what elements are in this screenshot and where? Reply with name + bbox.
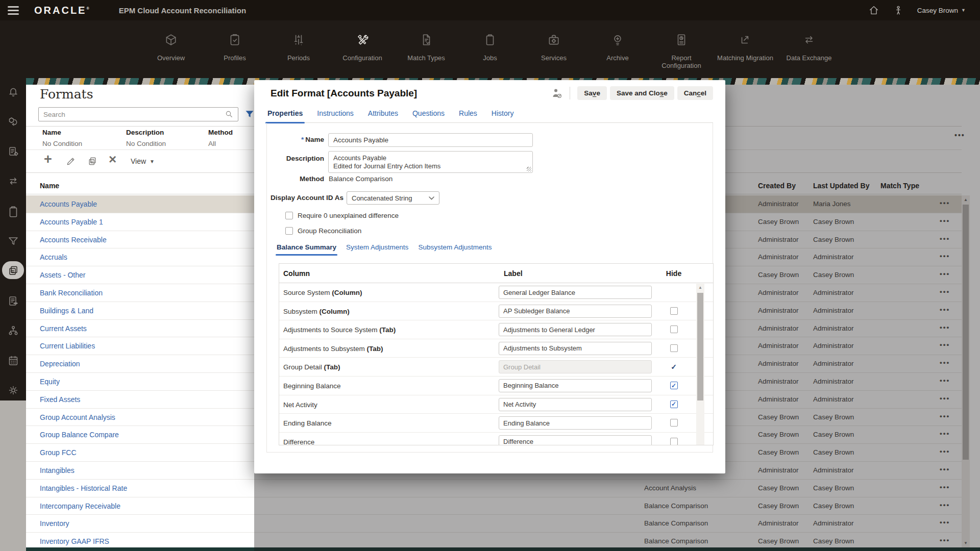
format-name-link[interactable]: Assets - Other	[40, 271, 85, 279]
tab-instructions[interactable]: Instructions	[316, 107, 355, 122]
nav-item-data-exchange[interactable]: Data Exchange	[778, 20, 840, 69]
hide-checkbox[interactable]	[670, 344, 678, 352]
label-input[interactable]	[499, 305, 652, 318]
sidebar-item-filter[interactable]	[0, 235, 26, 247]
tab-balance-summary[interactable]: Balance Summary	[276, 243, 337, 256]
tab-system-adjustments[interactable]: System Adjustments	[346, 243, 409, 256]
sidebar-item-calendar[interactable]	[0, 355, 26, 367]
label-input[interactable]	[499, 379, 652, 392]
nav-item-profiles[interactable]: Profiles	[204, 20, 265, 69]
hide-cell[interactable]: ✓	[661, 377, 687, 395]
format-name-link[interactable]: Intangibles - Historical Rate	[40, 484, 127, 492]
format-name-link[interactable]: Current Assets	[40, 324, 87, 333]
nav-item-periods[interactable]: Periods	[268, 20, 329, 69]
tab-properties[interactable]: Properties	[266, 107, 304, 122]
nav-item-archive[interactable]: Archive	[587, 20, 648, 69]
hide-cell[interactable]	[661, 302, 687, 320]
sidebar-item-data-exchange[interactable]	[0, 175, 26, 187]
sidebar-item-formats[interactable]	[0, 264, 26, 277]
format-name-link[interactable]: Current Liabilities	[40, 342, 95, 350]
cancel-button[interactable]: Cancel	[677, 86, 713, 100]
hide-checkbox-checked[interactable]: ✓	[670, 400, 678, 408]
home-icon[interactable]	[868, 5, 879, 16]
filter-value-description[interactable]: No Condition	[126, 140, 166, 147]
format-name-link[interactable]: Buildings & Land	[40, 307, 93, 315]
format-name-link[interactable]: Accruals	[40, 253, 67, 261]
scrollbar-thumb[interactable]	[697, 293, 703, 400]
require-zero-difference-checkbox[interactable]	[285, 212, 293, 219]
hide-checkbox[interactable]	[670, 438, 678, 445]
label-input[interactable]	[499, 435, 652, 445]
format-name-link[interactable]: Inventory	[40, 519, 69, 528]
nav-item-configuration[interactable]: Configuration	[332, 20, 393, 69]
format-name-link[interactable]: Accounts Payable 1	[40, 218, 103, 226]
hide-cell[interactable]	[661, 320, 687, 339]
label-input[interactable]	[499, 323, 652, 336]
nav-item-matching-migration[interactable]: Matching Migration	[715, 20, 776, 69]
search-icon[interactable]	[225, 110, 234, 119]
format-name-link[interactable]: Group Balance Compare	[40, 431, 119, 439]
group-reconciliation-checkbox[interactable]	[285, 227, 293, 235]
description-field[interactable]: Accounts Payable Edited for Journal Entr…	[328, 151, 533, 173]
hamburger-menu-icon[interactable]	[8, 6, 19, 15]
hide-checkbox[interactable]	[670, 325, 678, 333]
format-name-link[interactable]: Depreciation	[40, 360, 80, 368]
nav-item-report-configuration[interactable]: Report Configuration	[651, 20, 712, 69]
edit-button[interactable]	[66, 156, 76, 166]
tab-questions[interactable]: Questions	[411, 107, 446, 122]
delete-button[interactable]: ×	[109, 152, 116, 167]
nav-item-services[interactable]: Services	[523, 20, 584, 69]
tab-attributes[interactable]: Attributes	[367, 107, 399, 122]
scroll-up-icon[interactable]: ▲	[696, 285, 704, 290]
format-name-link[interactable]: Group Account Analysis	[40, 413, 115, 421]
search-input[interactable]	[43, 111, 225, 118]
column-header-name[interactable]: Name	[40, 182, 59, 190]
format-name-link[interactable]: Intercompany Receivable	[40, 502, 120, 510]
sidebar-item-settings[interactable]	[0, 384, 26, 396]
user-menu[interactable]: Casey Brown ▼	[917, 7, 966, 14]
hide-cell[interactable]	[661, 414, 687, 432]
hide-checkbox-checked[interactable]: ✓	[670, 382, 678, 389]
tab-rules[interactable]: Rules	[458, 107, 478, 122]
format-name-link[interactable]: Inventory GAAP IFRS	[40, 537, 109, 545]
resize-handle-icon[interactable]	[527, 167, 531, 171]
format-name-link[interactable]: Intangibles	[40, 466, 75, 474]
label-input[interactable]	[499, 398, 652, 411]
sidebar-item-notifications[interactable]	[0, 86, 26, 98]
filter-value-method[interactable]: All	[208, 140, 216, 147]
sidebar-item-worklist[interactable]	[0, 205, 26, 218]
sidebar-item-configuration-doc[interactable]	[0, 145, 26, 158]
sidebar-item-hierarchy[interactable]	[0, 324, 26, 337]
access-restricted-icon[interactable]	[551, 87, 563, 99]
hide-cell[interactable]: ✓	[661, 358, 687, 376]
name-field[interactable]	[328, 133, 533, 147]
filter-value-name[interactable]: No Condition	[42, 140, 82, 147]
hide-checkbox[interactable]	[670, 307, 678, 315]
nav-item-overview[interactable]: Overview	[140, 20, 202, 69]
copy-button[interactable]	[87, 156, 97, 166]
format-name-link[interactable]: Group FCC	[40, 448, 77, 457]
format-name-link[interactable]: Fixed Assets	[40, 395, 80, 404]
format-name-link[interactable]: Accounts Payable	[40, 200, 97, 208]
hide-checkbox[interactable]	[670, 419, 678, 427]
add-button[interactable]: +	[44, 152, 52, 167]
label-input[interactable]	[499, 360, 652, 373]
sidebar-item-review[interactable]	[0, 295, 26, 307]
label-input[interactable]	[499, 286, 652, 299]
tab-subsystem-adjustments[interactable]: Subsystem Adjustments	[418, 243, 492, 256]
save-button[interactable]: Save	[577, 86, 607, 100]
hide-cell[interactable]	[661, 433, 687, 445]
tab-history[interactable]: History	[491, 107, 515, 122]
hide-cell[interactable]: ✓	[661, 395, 687, 414]
view-dropdown[interactable]: View ▼	[131, 157, 155, 165]
hide-cell[interactable]	[661, 339, 687, 358]
format-name-link[interactable]: Accounts Receivable	[40, 236, 107, 244]
format-name-link[interactable]: Equity	[40, 378, 60, 386]
label-input[interactable]	[499, 416, 652, 430]
label-input[interactable]	[499, 342, 652, 355]
save-and-close-button[interactable]: Save and Close	[610, 86, 674, 100]
sidebar-item-profiles[interactable]	[0, 115, 26, 128]
filter-icon[interactable]	[244, 109, 255, 119]
table-scrollbar[interactable]: ▲	[696, 284, 704, 445]
accessibility-person-icon[interactable]	[893, 5, 904, 16]
